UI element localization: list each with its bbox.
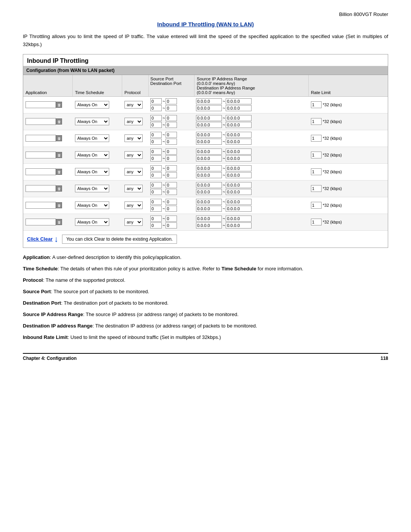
dst-ip-from-7[interactable]: [196, 222, 222, 228]
src-port-to-0[interactable]: [166, 98, 177, 104]
src-port-from-6[interactable]: [150, 199, 162, 205]
dst-ip-from-1[interactable]: [196, 122, 222, 128]
schedule-select-5[interactable]: Always On Schedule 1 Schedule 2: [75, 185, 109, 192]
src-ip-from-4[interactable]: [196, 165, 222, 171]
dst-port-to-7[interactable]: [166, 222, 177, 228]
proto-select-3[interactable]: any tcp udp icmp: [124, 151, 143, 159]
dst-ip-to-2[interactable]: [226, 139, 252, 145]
src-port-from-5[interactable]: [150, 182, 162, 188]
app-input-0[interactable]: [25, 101, 56, 108]
dst-ip-to-5[interactable]: [226, 189, 252, 195]
clear-icon-4[interactable]: 🗑: [56, 169, 62, 175]
src-ip-from-2[interactable]: [196, 132, 222, 138]
dst-ip-from-5[interactable]: [196, 189, 222, 195]
src-ip-to-1[interactable]: [226, 115, 252, 121]
dst-ip-from-6[interactable]: [196, 206, 222, 212]
rate-input-7[interactable]: [311, 219, 322, 225]
dst-port-from-2[interactable]: [150, 139, 162, 145]
schedule-select-2[interactable]: Always On Schedule 1 Schedule 2: [75, 134, 109, 142]
dst-port-from-1[interactable]: [150, 122, 162, 128]
dst-port-from-5[interactable]: [150, 189, 162, 195]
schedule-select-0[interactable]: Always On Schedule 1 Schedule 2: [75, 101, 109, 109]
rate-input-6[interactable]: [311, 202, 322, 209]
src-ip-from-0[interactable]: [196, 98, 222, 104]
src-ip-from-3[interactable]: [196, 149, 222, 155]
dst-port-from-3[interactable]: [150, 155, 162, 161]
src-ip-to-6[interactable]: [226, 199, 252, 205]
proto-select-6[interactable]: any tcp udp icmp: [124, 201, 143, 209]
dst-ip-to-7[interactable]: [226, 222, 252, 228]
src-ip-from-5[interactable]: [196, 182, 222, 188]
app-input-7[interactable]: [25, 219, 56, 225]
src-port-from-2[interactable]: [150, 132, 162, 138]
src-port-to-5[interactable]: [166, 182, 177, 188]
app-input-4[interactable]: [25, 168, 56, 175]
clear-icon-0[interactable]: 🗑: [56, 102, 62, 108]
src-ip-from-6[interactable]: [196, 199, 222, 205]
src-ip-from-7[interactable]: [196, 216, 222, 222]
src-ip-to-4[interactable]: [226, 165, 252, 171]
dst-port-from-7[interactable]: [150, 222, 162, 228]
app-input-1[interactable]: [25, 118, 56, 125]
dst-ip-from-0[interactable]: [196, 105, 222, 111]
dst-ip-from-3[interactable]: [196, 155, 222, 161]
app-input-2[interactable]: [25, 135, 56, 142]
rate-input-5[interactable]: [311, 185, 322, 192]
schedule-select-4[interactable]: Always On Schedule 1 Schedule 2: [75, 168, 109, 176]
app-input-6[interactable]: [25, 202, 56, 209]
src-ip-to-5[interactable]: [226, 182, 252, 188]
proto-select-7[interactable]: any tcp udp icmp: [124, 218, 143, 226]
schedule-select-3[interactable]: Always On Schedule 1 Schedule 2: [75, 151, 109, 159]
proto-select-1[interactable]: any tcp udp icmp: [124, 118, 143, 125]
dst-port-from-6[interactable]: [150, 206, 162, 212]
src-ip-to-0[interactable]: [226, 98, 252, 104]
dst-port-to-6[interactable]: [166, 206, 177, 212]
proto-select-4[interactable]: any tcp udp icmp: [124, 168, 143, 176]
dst-port-from-0[interactable]: [150, 105, 162, 111]
dst-ip-from-2[interactable]: [196, 139, 222, 145]
clear-icon-5[interactable]: 🗑: [56, 185, 62, 192]
schedule-select-6[interactable]: Always On Schedule 1 Schedule 2: [75, 201, 109, 209]
src-ip-to-2[interactable]: [226, 132, 252, 138]
clear-icon-1[interactable]: 🗑: [56, 118, 62, 125]
src-ip-to-7[interactable]: [226, 216, 252, 222]
clear-icon-7[interactable]: 🗑: [56, 219, 62, 225]
src-port-to-6[interactable]: [166, 199, 177, 205]
rate-input-0[interactable]: [311, 101, 322, 108]
src-ip-to-3[interactable]: [226, 149, 252, 155]
clear-icon-2[interactable]: 🗑: [56, 135, 62, 141]
src-port-to-4[interactable]: [166, 165, 177, 171]
dst-port-to-5[interactable]: [166, 189, 177, 195]
proto-select-5[interactable]: any tcp udp icmp: [124, 185, 143, 192]
src-port-to-7[interactable]: [166, 216, 177, 222]
dst-ip-to-0[interactable]: [226, 105, 252, 111]
src-port-to-1[interactable]: [166, 115, 177, 121]
clear-icon-6[interactable]: 🗑: [56, 202, 62, 208]
app-input-5[interactable]: [25, 185, 56, 192]
dst-port-from-4[interactable]: [150, 172, 162, 178]
dst-port-to-2[interactable]: [166, 139, 177, 145]
rate-input-1[interactable]: [311, 118, 322, 125]
dst-port-to-3[interactable]: [166, 155, 177, 161]
rate-input-2[interactable]: [311, 135, 322, 142]
dst-port-to-1[interactable]: [166, 122, 177, 128]
src-port-from-1[interactable]: [150, 115, 162, 121]
schedule-select-7[interactable]: Always On Schedule 1 Schedule 2: [75, 218, 109, 226]
click-clear-button[interactable]: Click Clear: [27, 236, 53, 242]
dst-ip-to-4[interactable]: [226, 172, 252, 178]
src-port-from-3[interactable]: [150, 149, 162, 155]
src-port-to-2[interactable]: [166, 132, 177, 138]
rate-input-4[interactable]: [311, 168, 322, 175]
dst-port-to-0[interactable]: [166, 105, 177, 111]
proto-select-2[interactable]: any tcp udp icmp: [124, 134, 143, 142]
clear-icon-3[interactable]: 🗑: [56, 152, 62, 158]
proto-select-0[interactable]: any tcp udp icmp: [124, 101, 143, 109]
dst-port-to-4[interactable]: [166, 172, 177, 178]
src-port-from-4[interactable]: [150, 165, 162, 171]
src-port-from-0[interactable]: [150, 98, 162, 104]
dst-ip-to-3[interactable]: [226, 155, 252, 161]
dst-ip-to-1[interactable]: [226, 122, 252, 128]
app-input-3[interactable]: [25, 152, 56, 158]
dst-ip-from-4[interactable]: [196, 172, 222, 178]
src-port-from-7[interactable]: [150, 216, 162, 222]
